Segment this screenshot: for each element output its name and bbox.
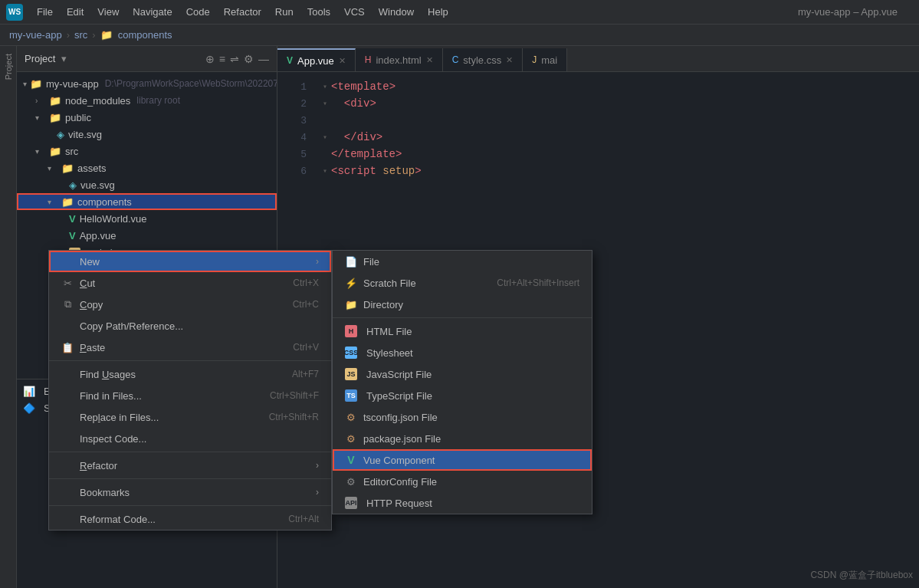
line-gutter-6: ▾ [319,166,331,176]
breadcrumb-folder-icon: 📁 [100,29,113,41]
tree-helloworld[interactable]: V HelloWorld.vue [17,210,277,227]
tree-assets[interactable]: ▾ 📁 assets [17,159,277,176]
side-tab[interactable]: Project [0,46,17,588]
ctx-pkg-file[interactable]: ⚙ package.json File [333,428,592,449]
locate-icon[interactable]: ⊕ [205,53,215,65]
tab-js-icon: J [532,54,537,65]
tab-mai[interactable]: J mai [523,48,567,71]
fold-icon-6[interactable]: ▾ [323,166,327,176]
tab-bar: V App.vue ✕ H index.html ✕ C style.css ✕… [277,46,919,72]
root-arrow: ▾ [23,80,27,88]
tree-node-modules[interactable]: › 📁 node_modules library root [17,92,277,109]
fold-icon-2[interactable]: ▾ [323,99,327,108]
code-content-2: <div> [331,97,376,110]
tab-app-vue-close[interactable]: ✕ [339,56,346,66]
tab-html-icon: H [365,54,372,65]
line-num-2: 2 [284,98,307,110]
ctx-reformat[interactable]: Reformat Code... Ctrl+Alt [49,508,331,530]
ctx-directory[interactable]: 📁 Directory [333,294,592,315]
menu-window[interactable]: Window [373,4,420,20]
ctx-inspect-code[interactable]: Inspect Code... [49,428,331,449]
tree-root[interactable]: ▾ 📁 my-vue-app D:\ProgramWorkSpace\WebSt… [17,75,277,92]
project-dropdown-icon[interactable]: ▾ [61,53,67,64]
ctx-replace-files-shortcut: Ctrl+Shift+R [269,412,319,422]
ctx-scratch-file-icon: ⚡ [345,277,357,289]
ctx-cut-label: Cut [80,278,287,289]
ctx-bookmarks-arrow: › [316,487,319,498]
ctx-ts-file[interactable]: TS TypeScript File [333,385,592,406]
line-num-3: 3 [284,115,307,126]
menu-run[interactable]: Run [269,4,300,20]
ctx-js-file[interactable]: JS JavaScript File [333,363,592,385]
ctx-new-label: New [80,256,310,268]
ctx-editor-config[interactable]: ⚙ EditorConfig File [333,471,592,492]
settings-icon[interactable]: ⚙ [244,53,254,65]
tab-index-html-close[interactable]: ✕ [426,55,433,65]
menu-edit[interactable]: Edit [61,4,90,20]
breadcrumb-sep1: › [67,29,70,41]
root-folder-icon: 📁 [30,78,42,90]
vite-svg-icon: ◈ [57,129,64,140]
ctx-refactor-label: Refactor [80,460,310,471]
menu-code[interactable]: Code [180,4,216,20]
tab-mai-label: mai [541,54,557,66]
menu-view[interactable]: View [91,4,125,20]
ctx-stylesheet[interactable]: CSS Stylesheet [333,342,592,363]
expand-icon[interactable]: ⇌ [230,53,239,65]
ctx-find-usages-shortcut: Alt+F7 [292,369,319,379]
ctx-reformat-icon [61,513,74,525]
ctx-new[interactable]: New › [49,251,331,272]
ctx-copy-path[interactable]: Copy Path/Reference... [49,315,331,337]
ctx-find-usages[interactable]: Find Usages Alt+F7 [49,363,331,385]
tree-app-vue[interactable]: V App.vue [17,227,277,244]
ctx-bookmarks[interactable]: Bookmarks › [49,481,331,503]
tab-index-html-label: index.html [376,54,421,66]
ctx-cut[interactable]: ✂ Cut Ctrl+X [49,272,331,294]
vite-svg-label: vite.svg [68,129,102,140]
tab-index-html[interactable]: H index.html ✕ [356,48,443,71]
ctx-copy[interactable]: ⧉ Copy Ctrl+C [49,294,331,315]
ctx-paste-shortcut: Ctrl+V [293,342,319,353]
tree-public[interactable]: ▾ 📁 public [17,109,277,126]
ctx-copy-shortcut: Ctrl+C [293,299,319,310]
ctx-refactor[interactable]: Refactor › [49,455,331,476]
tab-app-vue[interactable]: V App.vue ✕ [277,48,356,71]
tree-src[interactable]: ▾ 📁 src [17,143,277,159]
ctx-tsconfig-file[interactable]: ⚙ tsconfig.json File [333,406,592,428]
breadcrumb-components[interactable]: components [118,29,172,41]
breadcrumb-root[interactable]: my-vue-app [9,29,62,41]
line-gutter-2: ▾ [319,99,331,108]
menu-navigate[interactable]: Navigate [126,4,178,20]
ctx-vue-component-label: Vue Component [363,455,579,466]
ctx-scratch-file[interactable]: ⚡ Scratch File Ctrl+Alt+Shift+Insert [333,272,592,294]
tree-vite-svg[interactable]: ◈ vite.svg [17,126,277,143]
tab-style-css[interactable]: C style.css ✕ [443,48,524,71]
app-vue-label: App.vue [80,230,117,241]
tab-style-css-close[interactable]: ✕ [506,55,513,65]
menu-tools[interactable]: Tools [301,4,336,20]
ctx-http-request[interactable]: API HTTP Request [333,492,592,514]
fold-icon-1[interactable]: ▾ [323,82,327,91]
menu-file[interactable]: File [31,4,59,20]
menu-help[interactable]: Help [422,4,455,20]
close-panel-icon[interactable]: — [258,53,269,65]
breadcrumb-src[interactable]: src [74,29,87,41]
menu-vcs[interactable]: VCS [338,4,371,20]
ctx-find-files-icon [61,389,74,402]
ctx-replace-files[interactable]: Replace in Files... Ctrl+Shift+R [49,406,331,428]
fold-icon-4[interactable]: ▾ [323,133,327,142]
ctx-new-file[interactable]: 📄 File [333,251,592,272]
code-line-3: 3 [277,112,919,129]
ctx-html-file[interactable]: H HTML File [333,320,592,342]
ctx-vue-component-icon: V [345,454,357,466]
ctx-find-files[interactable]: Find in Files... Ctrl+Shift+F [49,385,331,406]
public-folder-icon: 📁 [49,112,61,123]
menu-bar: File Edit View Navigate Code Refactor Ru… [31,4,798,20]
ctx-vue-component[interactable]: V Vue Component [333,449,592,471]
ctx-paste[interactable]: 📋 Paste Ctrl+V [49,337,331,358]
menu-refactor[interactable]: Refactor [218,4,267,20]
public-arrow: ▾ [35,113,43,122]
tree-components[interactable]: ▾ 📁 components [17,193,277,210]
tree-vue-svg[interactable]: ◈ vue.svg [17,176,277,193]
collapse-all-icon[interactable]: ≡ [219,53,225,65]
